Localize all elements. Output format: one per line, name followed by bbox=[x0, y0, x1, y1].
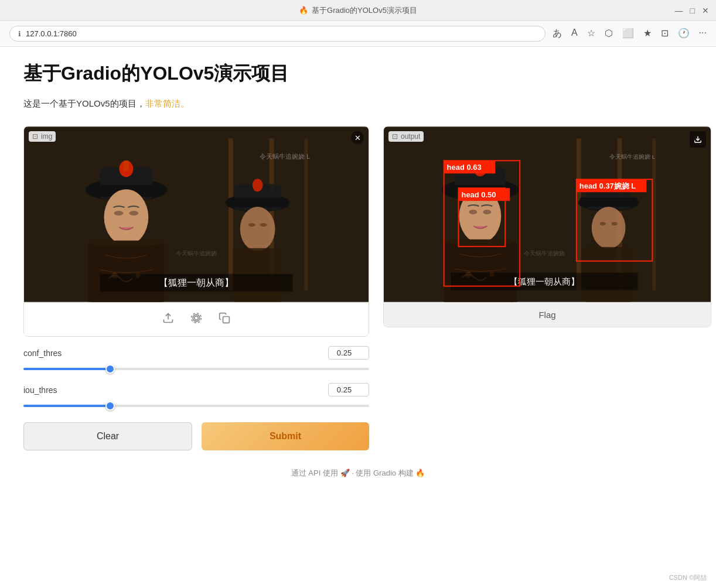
svg-text:今天蜗牛追婉娆: 今天蜗牛追婉娆 bbox=[176, 250, 217, 257]
iou-thres-label: iou_thres bbox=[23, 385, 57, 395]
read-icon[interactable]: あ bbox=[553, 28, 562, 40]
output-box: ⊡ output bbox=[383, 126, 711, 327]
browser-actions: あ A ☆ ⬡ ⬜ ★ ⊡ 🕐 ··· bbox=[553, 28, 707, 40]
svg-text:head 0.63: head 0.63 bbox=[447, 163, 482, 172]
svg-point-54 bbox=[592, 207, 626, 249]
svg-point-20 bbox=[240, 207, 275, 251]
svg-point-55 bbox=[600, 222, 606, 225]
svg-text:head 0.50: head 0.50 bbox=[462, 190, 496, 199]
iou-thres-track bbox=[23, 405, 369, 407]
svg-point-12 bbox=[129, 211, 138, 216]
conf-thres-label: conf_thres bbox=[23, 348, 62, 358]
browser-titlebar: 🔥 基于Gradio的YOLOv5演示项目 — □ ✕ bbox=[0, 0, 716, 21]
extensions-icon[interactable]: ⬡ bbox=[605, 28, 613, 40]
svg-rect-36 bbox=[577, 138, 581, 290]
sidebar-icon[interactable]: ⬜ bbox=[622, 28, 634, 40]
output-box-header: ⊡ output bbox=[388, 131, 424, 142]
api-icon: 🚀 bbox=[340, 469, 350, 477]
svg-point-45 bbox=[469, 210, 477, 214]
svg-point-46 bbox=[483, 210, 491, 214]
svg-rect-9 bbox=[123, 160, 129, 171]
download-button[interactable] bbox=[690, 131, 706, 148]
desc-prefix: 这是一个基于YOLOv5的项目， bbox=[23, 98, 145, 108]
output-image-wrap: ⊡ output bbox=[384, 127, 711, 302]
conf-thres-value[interactable] bbox=[328, 346, 369, 360]
svg-point-11 bbox=[114, 211, 123, 216]
svg-point-19 bbox=[253, 179, 263, 192]
image-upload-box: ⊡ img ✕ bbox=[23, 126, 369, 337]
page-title: 基于Gradio的YOLOv5演示项目 bbox=[23, 61, 693, 87]
title-icon: 🔥 bbox=[299, 6, 308, 15]
svg-rect-52 bbox=[580, 197, 637, 207]
api-text: 通过 API 使用 bbox=[291, 469, 338, 477]
iou-thres-value[interactable] bbox=[328, 383, 369, 396]
iou-thres-fill bbox=[23, 405, 110, 407]
iou-label-row: iou_thres bbox=[23, 383, 369, 396]
image-box-header: ⊡ img bbox=[29, 131, 56, 142]
svg-point-22 bbox=[260, 223, 267, 227]
img-label: img bbox=[41, 132, 52, 141]
action-buttons: Clear Submit bbox=[23, 422, 369, 450]
collections-icon[interactable]: ★ bbox=[643, 28, 652, 40]
svg-point-10 bbox=[104, 189, 149, 245]
gradio-text: 使用 Gradio 构建 bbox=[356, 469, 413, 477]
sliders-section: conf_thres iou_thres bbox=[23, 346, 369, 411]
desc-highlight: 非常简洁。 bbox=[145, 98, 189, 108]
browser-addressbar: ℹ 127.0.0.1:7860 あ A ☆ ⬡ ⬜ ★ ⊡ 🕐 ··· bbox=[0, 21, 716, 47]
url-text: 127.0.0.1:7860 bbox=[26, 29, 77, 38]
camera-button[interactable] bbox=[188, 310, 204, 329]
svg-point-29 bbox=[195, 316, 199, 320]
img-frame-icon: ⊡ bbox=[32, 132, 38, 141]
output-frame-icon: ⊡ bbox=[392, 132, 398, 141]
image-actions bbox=[24, 302, 369, 336]
svg-rect-18 bbox=[227, 198, 288, 207]
history-icon[interactable]: 🕐 bbox=[678, 28, 690, 40]
conf-label-row: conf_thres bbox=[23, 346, 369, 360]
svg-text:head 0.37婉娆 L: head 0.37婉娆 L bbox=[579, 182, 636, 190]
svg-text:令天蜗牛追婉娆 L: 令天蜗牛追婉娆 L bbox=[609, 153, 656, 160]
input-image: 【狐狸一朝从商】 令天蜗牛追婉娆 L 今天蜗牛追婉娆 bbox=[24, 127, 369, 302]
page-footer: 通过 API 使用 🚀 · 使用 Gradio 构建 🔥 bbox=[23, 450, 693, 490]
main-grid: ⊡ img ✕ bbox=[23, 126, 693, 450]
csdn-badge: CSDN ©阿喆 bbox=[669, 573, 707, 582]
save-icon[interactable]: ⊡ bbox=[661, 28, 669, 40]
minimize-btn[interactable]: — bbox=[675, 6, 683, 15]
svg-point-56 bbox=[612, 222, 618, 225]
image-close-button[interactable]: ✕ bbox=[351, 131, 364, 144]
more-icon[interactable]: ··· bbox=[699, 28, 707, 40]
maximize-btn[interactable]: □ bbox=[690, 6, 695, 15]
flag-button[interactable]: Flag bbox=[384, 302, 711, 327]
translate-icon[interactable]: A bbox=[571, 28, 578, 40]
gradio-icon: 🔥 bbox=[415, 469, 425, 477]
page-content: 基于Gradio的YOLOv5演示项目 这是一个基于YOLOv5的项目，非常简洁… bbox=[0, 47, 716, 504]
info-icon: ℹ bbox=[18, 30, 21, 38]
svg-point-21 bbox=[248, 223, 255, 227]
output-label: output bbox=[401, 132, 420, 141]
svg-rect-4 bbox=[304, 138, 308, 290]
address-bar[interactable]: ℹ 127.0.0.1:7860 bbox=[9, 26, 545, 42]
svg-rect-32 bbox=[223, 317, 230, 323]
submit-button[interactable]: Submit bbox=[202, 422, 369, 450]
svg-rect-2 bbox=[229, 138, 233, 290]
clear-button[interactable]: Clear bbox=[23, 422, 192, 450]
page-description: 这是一个基于YOLOv5的项目，非常简洁。 bbox=[23, 98, 693, 110]
clipboard-button[interactable] bbox=[216, 310, 233, 329]
right-panel: ⊡ output bbox=[383, 126, 711, 327]
iou-thres-row: iou_thres bbox=[23, 383, 369, 411]
upload-button[interactable] bbox=[160, 310, 176, 329]
conf-thres-track bbox=[23, 368, 369, 370]
conf-thres-thumb[interactable] bbox=[105, 364, 115, 374]
iou-thres-thumb[interactable] bbox=[105, 401, 115, 411]
favorites-icon[interactable]: ☆ bbox=[587, 28, 595, 40]
svg-text:【狐狸一朝从商】: 【狐狸一朝从商】 bbox=[159, 278, 234, 288]
close-btn[interactable]: ✕ bbox=[702, 6, 709, 15]
left-panel: ⊡ img ✕ bbox=[23, 126, 369, 450]
conf-thres-fill bbox=[23, 368, 110, 370]
svg-text:今天蜗牛追婉娆: 今天蜗牛追婉娆 bbox=[524, 250, 565, 257]
browser-title: 基于Gradio的YOLOv5演示项目 bbox=[312, 5, 417, 16]
conf-thres-row: conf_thres bbox=[23, 346, 369, 374]
window-controls: — □ ✕ bbox=[675, 6, 709, 15]
svg-text:令天蜗牛追婉娆 L: 令天蜗牛追婉娆 L bbox=[260, 153, 310, 160]
output-image: 【狐狸一朝从商】 令天蜗牛追婉娆 L 今天蜗牛追婉娆 head 0.63 bbox=[384, 127, 711, 302]
